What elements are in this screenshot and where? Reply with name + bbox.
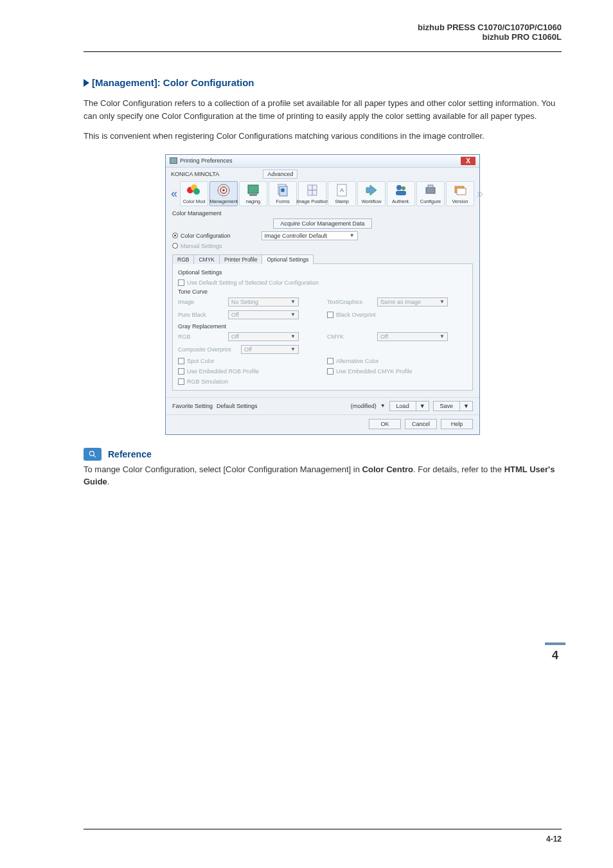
triangle-icon [84, 79, 89, 87]
svg-text:A: A [340, 187, 344, 193]
checkbox-use-default [178, 279, 184, 286]
dialog-title: Printing Preferences [180, 157, 233, 164]
printing-preferences-dialog: Printing Preferences X KONICA MINOLTA Ad… [165, 154, 480, 435]
footer-rule [84, 829, 562, 829]
checkbox-black-overprint [327, 312, 333, 318]
favorite-setting-value: Default Settings [217, 403, 258, 409]
textgraphics-select: Same as Image▼ [377, 297, 448, 306]
titlebar: Printing Preferences X [166, 155, 479, 168]
gr-cmyk-label: CMYK [327, 333, 373, 340]
ok-button[interactable]: OK [369, 419, 401, 429]
svg-rect-7 [249, 194, 257, 196]
tab-forms[interactable]: Forms [269, 181, 297, 206]
svg-rect-22 [457, 188, 466, 195]
side-page-marker: 4 [545, 642, 565, 662]
radio-manual-settings[interactable] [172, 243, 178, 249]
cancel-button[interactable]: Cancel [405, 419, 437, 429]
tab-image-position[interactable]: Image Position [298, 181, 326, 206]
checkbox-embedded-cmyk [327, 368, 333, 375]
tab-version[interactable]: Version [446, 181, 474, 206]
tab-authent[interactable]: Authent. [387, 181, 415, 206]
tab-management[interactable]: Management [209, 181, 238, 206]
tabs-left-arrow-icon[interactable]: « [170, 187, 179, 200]
tab-stamp[interactable]: A Stamp [328, 181, 356, 206]
tab-configure[interactable]: Configure [416, 181, 445, 206]
page-header: bizhub PRESS C1070/C1070P/C1060 bizhub P… [418, 22, 562, 42]
footer-page-number: 4-12 [546, 835, 562, 844]
radio-manual-settings-label: Manual Settings [181, 243, 222, 249]
management-icon [216, 183, 231, 197]
favorite-setting-label: Favorite Setting [172, 403, 213, 409]
textgraphics-label: Text/Graphics [327, 299, 373, 305]
inner-tab-optional[interactable]: Optional Settings [262, 254, 314, 264]
pure-black-label: Pure Black [178, 312, 224, 318]
svg-point-2 [193, 188, 200, 195]
black-overprint-label: Black Overprint [336, 312, 376, 318]
modified-indicator: (modified) [351, 403, 377, 409]
load-button[interactable]: Load▼ [389, 401, 429, 411]
radio-color-configuration[interactable] [172, 233, 178, 238]
help-button[interactable]: Help [441, 419, 473, 429]
checkbox-spot-color [178, 358, 184, 364]
close-button[interactable]: X [461, 157, 475, 165]
main-tabs-row: « Color Mod Management naging Forms [166, 179, 479, 208]
reference-icon [84, 448, 102, 461]
optional-title: Optional Settings [178, 269, 467, 276]
svg-rect-6 [248, 185, 258, 193]
image-select: No Setting▼ [228, 297, 299, 306]
composite-overprint-select: Off▼ [241, 345, 299, 354]
forms-icon [275, 183, 290, 197]
acquire-color-mgmt-button[interactable]: Acquire Color Management Data [273, 218, 371, 229]
printer-outline-icon [423, 183, 438, 197]
svg-rect-19 [426, 188, 435, 193]
users-icon [393, 183, 409, 197]
svg-line-24 [93, 455, 96, 457]
gr-rgb-select: Off▼ [228, 332, 299, 341]
inner-tab-rgb[interactable]: RGB [172, 254, 194, 264]
imaging-icon [245, 183, 261, 197]
checkbox-alt-color [327, 358, 333, 364]
header-rule [84, 51, 562, 52]
checkbox-embedded-rgb [178, 368, 184, 375]
stamp-icon: A [334, 183, 350, 197]
use-default-label: Use Default Setting of Selected Color Co… [187, 279, 319, 286]
composite-overprint-label: Composite Overprint [178, 346, 237, 353]
color-config-select[interactable]: Image Controller Default▼ [262, 231, 358, 240]
tab-workflow[interactable]: Workflow [357, 181, 386, 206]
optional-settings-panel: Optional Settings Use Default Setting of… [172, 263, 473, 391]
palette-icon [186, 183, 202, 197]
inner-tab-printer-profile[interactable]: Printer Profile [219, 254, 263, 264]
paragraph-1: The Color Configuration refers to a coll… [84, 97, 562, 122]
image-position-icon [305, 183, 320, 197]
radio-color-configuration-label: Color Configuration [181, 233, 231, 239]
svg-rect-20 [428, 185, 433, 188]
chevron-down-icon: ▼ [350, 233, 355, 238]
svg-rect-18 [396, 191, 406, 195]
inner-tabs: RGB CMYK Printer Profile Optional Settin… [172, 254, 473, 264]
svg-point-17 [402, 186, 405, 190]
gray-replacement-label: Gray Replacement [178, 323, 467, 330]
inner-tab-cmyk[interactable]: CMYK [193, 254, 220, 264]
alt-color-label: Alternative Color [336, 358, 379, 364]
section-heading-text: [Management]: Color Configuration [92, 77, 254, 88]
svg-point-5 [223, 189, 225, 191]
header-line1: bizhub PRESS C1070/C1070P/C1060 [418, 22, 562, 32]
printer-icon [170, 157, 177, 164]
section-heading: [Management]: Color Configuration [84, 77, 562, 88]
pure-black-select: Off▼ [228, 310, 299, 319]
svg-point-10 [281, 188, 285, 192]
save-button[interactable]: Save▼ [433, 401, 473, 411]
tab-imaging[interactable]: naging [239, 181, 267, 206]
chevron-down-icon[interactable]: ▼ [380, 403, 386, 409]
image-label: Image [178, 299, 224, 305]
gr-cmyk-select: Off▼ [377, 332, 448, 341]
workflow-icon [364, 183, 379, 197]
embedded-cmyk-label: Use Embedded CMYK Profile [336, 368, 413, 375]
reference-label: Reference [108, 449, 152, 459]
tab-color-mode[interactable]: Color Mod [180, 181, 208, 206]
chapter-number: 4 [545, 649, 565, 662]
tabs-right-arrow-icon[interactable]: » [475, 187, 484, 200]
embedded-rgb-label: Use Embedded RGB Profile [187, 368, 259, 375]
advanced-tab[interactable]: Advanced [263, 170, 298, 179]
rgb-simulation-label: RGB Simulation [187, 378, 228, 385]
